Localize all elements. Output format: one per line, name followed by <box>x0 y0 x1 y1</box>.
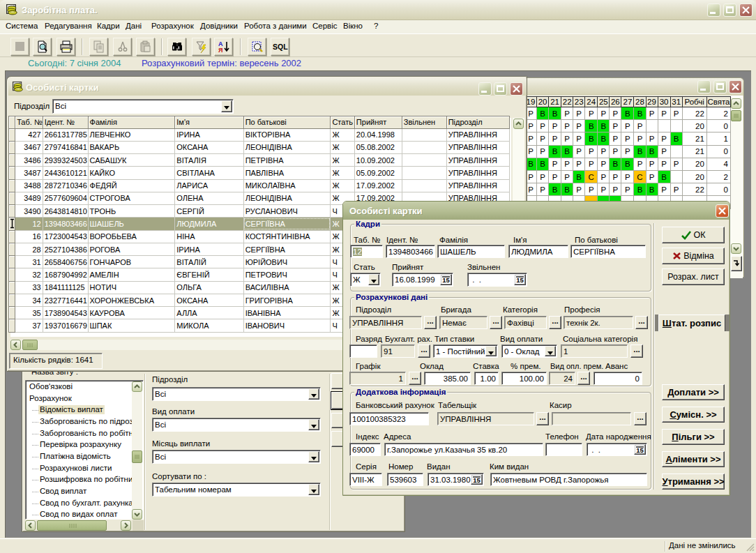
svg-text:Я: Я <box>218 47 222 54</box>
svg-text:SQL: SQL <box>273 43 288 51</box>
